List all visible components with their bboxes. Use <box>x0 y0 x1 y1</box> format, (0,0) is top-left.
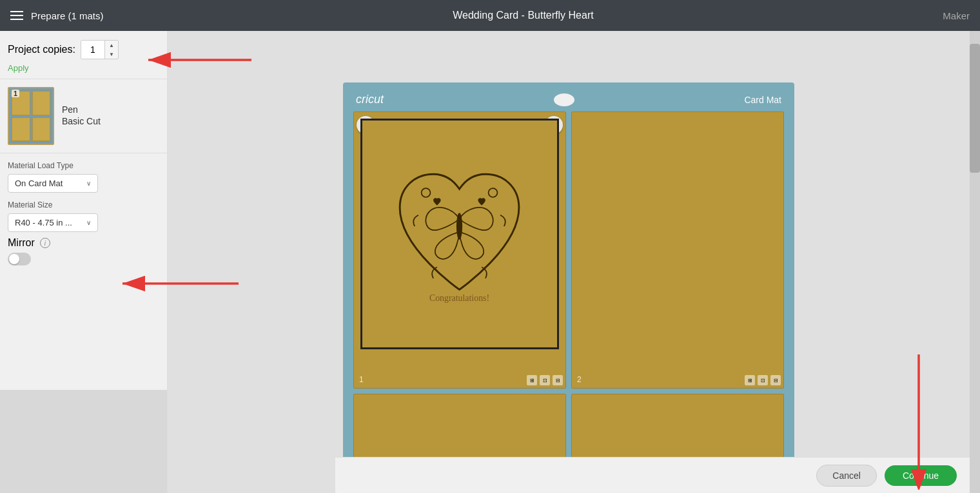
card-mat-label: Card Mat <box>744 95 781 105</box>
material-size-value: R40 - 4.75 in ... <box>15 218 72 227</box>
material-load-chevron: ∨ <box>86 180 91 187</box>
slot-1-number: 1 <box>359 375 364 384</box>
header-left: Prepare (1 mats) <box>10 10 104 21</box>
slot-1-icons: ⊞ ⊡ ⊟ <box>527 375 563 385</box>
material-size-chevron: ∨ <box>86 219 91 226</box>
red-arrow-size <box>168 269 245 298</box>
mat-header-bar: cricut Card Mat <box>353 93 784 106</box>
svg-point-1 <box>422 189 431 198</box>
slot-icon-2b: ⊡ <box>758 375 768 385</box>
scrollbar-right[interactable] <box>970 31 980 493</box>
toggle-knob <box>9 254 19 264</box>
bottom-bar: Cancel Continue <box>335 457 970 493</box>
apply-button[interactable]: Apply <box>8 63 29 73</box>
copies-label: Project copies: <box>8 44 75 55</box>
cricut-brand: cricut <box>356 93 384 106</box>
copies-spinners: ▲ ▼ <box>104 41 118 59</box>
slot-icon-1a: ⊞ <box>527 375 537 385</box>
main-area: cricut Card Mat ⋯ ↻ <box>168 31 970 493</box>
mat-slot-1: ⋯ ↻ <box>353 111 566 389</box>
mat-cell-4 <box>32 117 51 142</box>
machine-label: Maker <box>943 10 970 21</box>
mat-cell-2 <box>32 91 51 115</box>
mat-cut-label: Basic Cut <box>62 116 101 126</box>
mat-grid: ⋯ ↻ <box>353 111 784 493</box>
copies-row: Project copies: ▲ ▼ <box>8 40 159 59</box>
mat-cell-3 <box>12 117 30 142</box>
mat-pen-label: Pen <box>62 104 101 115</box>
svg-text:Congratulations!: Congratulations! <box>429 293 489 303</box>
canvas-area: cricut Card Mat ⋯ ↻ <box>168 31 970 493</box>
header: Prepare (1 mats) Wedding Card - Butterfl… <box>0 0 980 31</box>
card-art: Congratulations! <box>372 121 547 347</box>
mirror-info-icon[interactable]: i <box>40 238 50 248</box>
hamburger-menu[interactable] <box>10 11 23 20</box>
svg-point-2 <box>489 189 498 198</box>
size-row: R40 - 4.75 in ... ∨ <box>8 213 159 232</box>
scrollbar-thumb <box>970 44 980 173</box>
mat-oval <box>554 93 574 106</box>
mirror-label: Mirror <box>8 237 35 249</box>
mat-thumbnail: 1 <box>8 87 54 145</box>
card-mat: cricut Card Mat ⋯ ↻ <box>343 82 794 493</box>
slot-2-icons: ⊞ ⊡ ⊟ <box>745 375 781 385</box>
copies-input-wrap: ▲ ▼ <box>81 40 119 59</box>
mirror-toggle[interactable] <box>8 253 31 266</box>
project-title: Wedding Card - Butterfly Heart <box>453 10 593 21</box>
material-load-label: Material Load Type <box>8 161 159 170</box>
mat-info: Pen Basic Cut <box>62 104 101 128</box>
red-arrow-copies <box>168 44 258 76</box>
continue-button[interactable]: Continue <box>885 465 957 486</box>
left-lower-panel <box>0 390 168 493</box>
material-size-dropdown[interactable]: R40 - 4.75 in ... ∨ <box>8 213 98 232</box>
slot-icon-1c: ⊟ <box>553 375 563 385</box>
mirror-row: Mirror i <box>8 237 159 249</box>
copies-input[interactable] <box>81 41 104 59</box>
material-load-value: On Card Mat <box>15 179 63 188</box>
mat-number: 1 <box>12 90 19 97</box>
mat-slot-2: 2 ⊞ ⊡ ⊟ <box>571 111 784 389</box>
material-size-label: Material Size <box>8 200 159 209</box>
slot-icon-1b: ⊡ <box>540 375 550 385</box>
left-panel: Project copies: ▲ ▼ Apply 1 Pen Basic Cu… <box>0 31 168 493</box>
butterfly-heart-svg: Congratulations! <box>385 137 534 330</box>
material-section: Material Load Type On Card Mat ∨ Materia… <box>0 153 167 273</box>
card-design: Congratulations! <box>360 119 559 349</box>
card-mat-container: cricut Card Mat ⋯ ↻ <box>343 82 794 493</box>
slot-icon-2c: ⊟ <box>770 375 781 385</box>
copies-spin-up[interactable]: ▲ <box>105 41 118 50</box>
slot-icon-2a: ⊞ <box>745 375 755 385</box>
copies-spin-down[interactable]: ▼ <box>105 50 118 59</box>
material-load-dropdown[interactable]: On Card Mat ∨ <box>8 174 98 193</box>
mat-section: 1 Pen Basic Cut <box>0 79 167 153</box>
copies-section: Project copies: ▲ ▼ Apply <box>0 31 167 79</box>
slot-2-number: 2 <box>577 375 582 384</box>
prepare-title: Prepare (1 mats) <box>31 10 104 21</box>
cancel-button[interactable]: Cancel <box>816 465 877 487</box>
